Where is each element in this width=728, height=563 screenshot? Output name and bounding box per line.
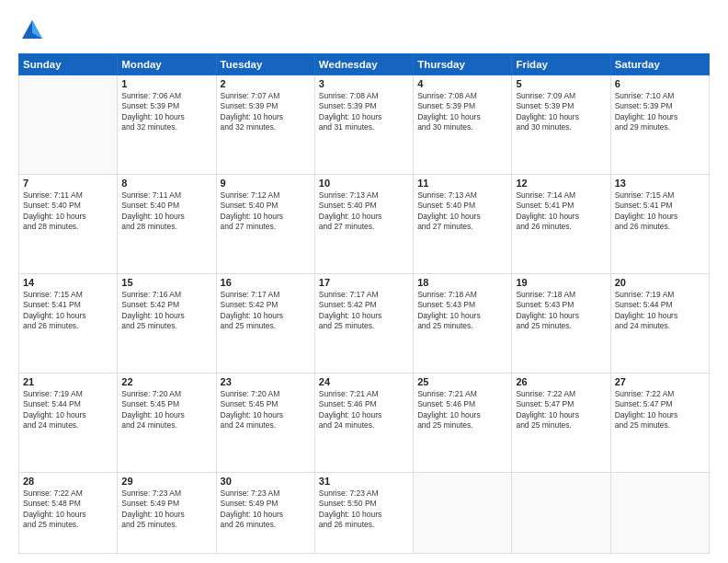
day-number: 19 — [516, 277, 606, 288]
day-number: 6 — [615, 78, 705, 89]
day-number: 18 — [417, 277, 507, 288]
day-info: Sunrise: 7:19 AMSunset: 5:44 PMDaylight:… — [615, 290, 705, 332]
day-number: 29 — [121, 476, 211, 487]
day-info: Sunrise: 7:14 AMSunset: 5:41 PMDaylight:… — [516, 190, 606, 233]
day-info: Sunrise: 7:08 AMSunset: 5:39 PMDaylight:… — [319, 91, 409, 133]
day-info: Sunrise: 7:22 AMSunset: 5:47 PMDaylight:… — [615, 389, 705, 431]
day-cell: 28Sunrise: 7:22 AMSunset: 5:48 PMDayligh… — [19, 472, 118, 553]
day-number: 13 — [615, 178, 705, 189]
day-cell: 4Sunrise: 7:08 AMSunset: 5:39 PMDaylight… — [414, 75, 512, 175]
col-header-saturday: Saturday — [610, 54, 709, 75]
day-info: Sunrise: 7:09 AMSunset: 5:39 PMDaylight:… — [516, 91, 606, 133]
day-cell: 25Sunrise: 7:21 AMSunset: 5:46 PMDayligh… — [414, 373, 512, 472]
day-number: 9 — [221, 178, 311, 189]
page: SundayMondayTuesdayWednesdayThursdayFrid… — [0, 0, 728, 563]
day-cell: 31Sunrise: 7:23 AMSunset: 5:50 PMDayligh… — [314, 472, 413, 553]
day-info: Sunrise: 7:19 AMSunset: 5:44 PMDaylight:… — [23, 389, 113, 431]
day-info: Sunrise: 7:11 AMSunset: 5:40 PMDaylight:… — [23, 190, 113, 233]
day-info: Sunrise: 7:08 AMSunset: 5:39 PMDaylight:… — [417, 91, 507, 133]
day-info: Sunrise: 7:11 AMSunset: 5:40 PMDaylight:… — [121, 190, 211, 233]
day-cell: 19Sunrise: 7:18 AMSunset: 5:43 PMDayligh… — [512, 273, 610, 373]
day-number: 12 — [516, 178, 606, 189]
day-number: 23 — [221, 376, 311, 387]
day-number: 1 — [121, 78, 211, 89]
day-cell — [610, 472, 709, 553]
day-cell: 12Sunrise: 7:14 AMSunset: 5:41 PMDayligh… — [512, 174, 610, 273]
week-row-3: 14Sunrise: 7:15 AMSunset: 5:41 PMDayligh… — [19, 273, 710, 373]
day-cell: 21Sunrise: 7:19 AMSunset: 5:44 PMDayligh… — [19, 373, 118, 472]
day-cell: 9Sunrise: 7:12 AMSunset: 5:40 PMDaylight… — [216, 174, 314, 273]
day-cell: 14Sunrise: 7:15 AMSunset: 5:41 PMDayligh… — [19, 273, 118, 373]
day-cell: 18Sunrise: 7:18 AMSunset: 5:43 PMDayligh… — [414, 273, 512, 373]
col-header-monday: Monday — [118, 54, 216, 75]
day-info: Sunrise: 7:23 AMSunset: 5:50 PMDaylight:… — [319, 488, 409, 531]
day-cell: 20Sunrise: 7:19 AMSunset: 5:44 PMDayligh… — [610, 273, 709, 373]
day-number: 27 — [615, 376, 705, 387]
day-info: Sunrise: 7:15 AMSunset: 5:41 PMDaylight:… — [23, 290, 113, 332]
day-number: 15 — [121, 277, 211, 288]
week-row-5: 28Sunrise: 7:22 AMSunset: 5:48 PMDayligh… — [19, 472, 710, 553]
day-cell: 26Sunrise: 7:22 AMSunset: 5:47 PMDayligh… — [512, 373, 610, 472]
day-number: 26 — [516, 376, 606, 387]
day-cell: 6Sunrise: 7:10 AMSunset: 5:39 PMDaylight… — [610, 75, 709, 175]
day-cell: 3Sunrise: 7:08 AMSunset: 5:39 PMDaylight… — [314, 75, 413, 175]
day-number: 17 — [319, 277, 409, 288]
day-info: Sunrise: 7:17 AMSunset: 5:42 PMDaylight:… — [221, 290, 311, 332]
col-header-tuesday: Tuesday — [216, 54, 314, 75]
week-row-1: 1Sunrise: 7:06 AMSunset: 5:39 PMDaylight… — [19, 75, 710, 175]
day-info: Sunrise: 7:20 AMSunset: 5:45 PMDaylight:… — [121, 389, 211, 431]
day-info: Sunrise: 7:15 AMSunset: 5:41 PMDaylight:… — [615, 190, 705, 233]
day-info: Sunrise: 7:21 AMSunset: 5:46 PMDaylight:… — [319, 389, 409, 431]
day-number: 16 — [221, 277, 311, 288]
day-number: 24 — [319, 376, 409, 387]
day-cell: 29Sunrise: 7:23 AMSunset: 5:49 PMDayligh… — [118, 472, 216, 553]
day-cell: 24Sunrise: 7:21 AMSunset: 5:46 PMDayligh… — [314, 373, 413, 472]
header — [18, 17, 710, 44]
day-info: Sunrise: 7:13 AMSunset: 5:40 PMDaylight:… — [319, 190, 409, 233]
day-cell: 11Sunrise: 7:13 AMSunset: 5:40 PMDayligh… — [414, 174, 512, 273]
day-cell: 1Sunrise: 7:06 AMSunset: 5:39 PMDaylight… — [118, 75, 216, 175]
day-number: 7 — [23, 178, 113, 189]
day-number: 2 — [221, 78, 311, 89]
day-info: Sunrise: 7:13 AMSunset: 5:40 PMDaylight:… — [417, 190, 507, 233]
day-info: Sunrise: 7:22 AMSunset: 5:48 PMDaylight:… — [23, 488, 113, 531]
day-info: Sunrise: 7:16 AMSunset: 5:42 PMDaylight:… — [121, 290, 211, 332]
day-number: 25 — [417, 376, 507, 387]
day-number: 30 — [221, 476, 311, 487]
day-info: Sunrise: 7:20 AMSunset: 5:45 PMDaylight:… — [221, 389, 311, 431]
col-header-friday: Friday — [512, 54, 610, 75]
day-info: Sunrise: 7:12 AMSunset: 5:40 PMDaylight:… — [221, 190, 311, 233]
day-cell: 8Sunrise: 7:11 AMSunset: 5:40 PMDaylight… — [118, 174, 216, 273]
day-number: 8 — [121, 178, 211, 189]
day-cell: 13Sunrise: 7:15 AMSunset: 5:41 PMDayligh… — [610, 174, 709, 273]
day-number: 20 — [615, 277, 705, 288]
day-cell: 5Sunrise: 7:09 AMSunset: 5:39 PMDaylight… — [512, 75, 610, 175]
day-cell — [414, 472, 512, 553]
week-row-4: 21Sunrise: 7:19 AMSunset: 5:44 PMDayligh… — [19, 373, 710, 472]
day-cell: 27Sunrise: 7:22 AMSunset: 5:47 PMDayligh… — [610, 373, 709, 472]
day-number: 5 — [516, 78, 606, 89]
day-number: 10 — [319, 178, 409, 189]
day-cell: 23Sunrise: 7:20 AMSunset: 5:45 PMDayligh… — [216, 373, 314, 472]
day-number: 22 — [121, 376, 211, 387]
day-cell: 15Sunrise: 7:16 AMSunset: 5:42 PMDayligh… — [118, 273, 216, 373]
day-number: 3 — [319, 78, 409, 89]
day-cell: 30Sunrise: 7:23 AMSunset: 5:49 PMDayligh… — [216, 472, 314, 553]
calendar-table: SundayMondayTuesdayWednesdayThursdayFrid… — [18, 53, 710, 554]
day-cell: 2Sunrise: 7:07 AMSunset: 5:39 PMDaylight… — [216, 75, 314, 175]
logo-icon — [18, 17, 46, 44]
calendar-header-row: SundayMondayTuesdayWednesdayThursdayFrid… — [19, 54, 710, 75]
day-number: 28 — [23, 476, 113, 487]
day-cell: 17Sunrise: 7:17 AMSunset: 5:42 PMDayligh… — [314, 273, 413, 373]
day-info: Sunrise: 7:23 AMSunset: 5:49 PMDaylight:… — [221, 488, 311, 531]
logo — [18, 17, 50, 44]
week-row-2: 7Sunrise: 7:11 AMSunset: 5:40 PMDaylight… — [19, 174, 710, 273]
col-header-sunday: Sunday — [19, 54, 118, 75]
day-number: 4 — [417, 78, 507, 89]
day-cell — [19, 75, 118, 175]
day-cell — [512, 472, 610, 553]
day-cell: 10Sunrise: 7:13 AMSunset: 5:40 PMDayligh… — [314, 174, 413, 273]
day-cell: 22Sunrise: 7:20 AMSunset: 5:45 PMDayligh… — [118, 373, 216, 472]
day-info: Sunrise: 7:18 AMSunset: 5:43 PMDaylight:… — [516, 290, 606, 332]
day-number: 11 — [417, 178, 507, 189]
